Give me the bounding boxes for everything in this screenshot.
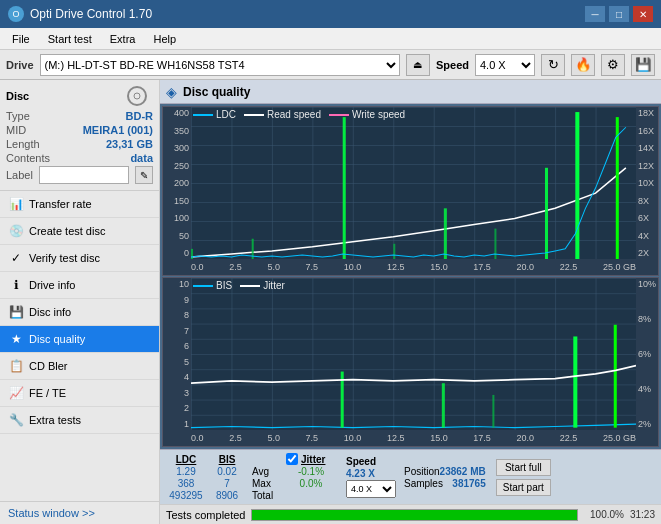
x-15: 15.0 <box>430 262 448 272</box>
eject-button[interactable]: ⏏ <box>406 54 430 76</box>
progress-bar-inner <box>252 510 576 520</box>
progress-time: 31:23 <box>630 509 655 520</box>
settings-button[interactable]: ⚙ <box>601 54 625 76</box>
position-row: Position 23862 MB <box>404 466 486 477</box>
speed-label: Speed <box>436 59 469 71</box>
bis-x-12.5: 12.5 <box>387 433 405 443</box>
burn-button[interactable]: 🔥 <box>571 54 595 76</box>
speed-stats-header: Speed <box>346 456 396 467</box>
jitter-header-row: Jitter <box>286 453 336 465</box>
nav-extra-tests-label: Extra tests <box>29 414 81 426</box>
title-bar-left: O Opti Drive Control 1.70 <box>8 6 152 22</box>
progress-bar-area: Tests completed 100.0% 31:23 <box>160 504 661 524</box>
bis-chart-svg <box>191 278 636 430</box>
row-header-blank <box>252 454 280 465</box>
y-label-350: 350 <box>165 126 189 136</box>
stats-bar: LDC 1.29 368 493295 BIS 0.02 7 8906 Avg … <box>160 449 661 504</box>
samples-row: Samples 381765 <box>404 478 486 489</box>
bis-yr-8pct: 8% <box>638 314 656 324</box>
disc-length-row: Length 23,31 GB <box>6 138 153 150</box>
label-input[interactable] <box>39 166 129 184</box>
nav-disc-info[interactable]: 💾 Disc info <box>0 299 159 326</box>
menu-file[interactable]: File <box>4 31 38 47</box>
contents-value: data <box>130 152 153 164</box>
write-speed-legend-dot <box>329 114 349 116</box>
svg-rect-25 <box>614 325 617 428</box>
fe-te-icon: 📈 <box>8 385 24 401</box>
maximize-button[interactable]: □ <box>609 6 629 22</box>
x-12.5: 12.5 <box>387 262 405 272</box>
disc-contents-row: Contents data <box>6 152 153 164</box>
svg-rect-15 <box>616 117 619 259</box>
nav-verify-test-disc[interactable]: ✓ Verify test disc <box>0 245 159 272</box>
y-right-6x: 6X <box>638 213 656 223</box>
ldc-chart-svg <box>191 107 636 259</box>
contents-label: Contents <box>6 152 50 164</box>
speed-select-stats[interactable]: 4.0 X <box>346 480 396 498</box>
content-header-icon: ◈ <box>166 84 177 100</box>
samples-label: Samples <box>404 478 443 489</box>
bis-x-axis: 0.0 2.5 5.0 7.5 10.0 12.5 15.0 17.5 20.0… <box>191 430 636 446</box>
bis-x-22.5: 22.5 <box>560 433 578 443</box>
write-speed-legend-label: Write speed <box>352 109 405 120</box>
bis-x-5: 5.0 <box>267 433 280 443</box>
y-label-0: 0 <box>165 248 189 258</box>
minimize-button[interactable]: ─ <box>585 6 605 22</box>
type-label: Type <box>6 110 30 122</box>
write-speed-legend-item: Write speed <box>329 109 405 120</box>
y-label-50: 50 <box>165 231 189 241</box>
nav-cd-bler[interactable]: 📋 CD Bler <box>0 353 159 380</box>
nav-create-test-disc[interactable]: 💿 Create test disc <box>0 218 159 245</box>
nav-cd-bler-label: CD Bler <box>29 360 68 372</box>
nav-transfer-rate[interactable]: 📊 Transfer rate <box>0 191 159 218</box>
label-edit-button[interactable]: ✎ <box>135 166 153 184</box>
speed-select[interactable]: 4.0 X <box>475 54 535 76</box>
bis-y-8: 8 <box>165 310 189 320</box>
bis-avg-val: 0.02 <box>212 466 242 477</box>
start-part-button[interactable]: Start part <box>496 479 551 496</box>
svg-rect-23 <box>492 395 494 428</box>
mid-label: MID <box>6 124 26 136</box>
bis-y-3: 3 <box>165 388 189 398</box>
transfer-rate-icon: 📊 <box>8 196 24 212</box>
save-button[interactable]: 💾 <box>631 54 655 76</box>
drive-select[interactable]: (M:) HL-DT-ST BD-RE WH16NS58 TST4 <box>40 54 400 76</box>
jitter-checkbox[interactable] <box>286 453 298 465</box>
disc-info-icon: 💾 <box>8 304 24 320</box>
svg-rect-6 <box>191 107 636 259</box>
ldc-legend-item: LDC <box>193 109 236 120</box>
y-label-400: 400 <box>165 108 189 118</box>
nav-fe-te[interactable]: 📈 FE / TE <box>0 380 159 407</box>
bis-legend-item: BIS <box>193 280 232 291</box>
drive-info-icon: ℹ <box>8 277 24 293</box>
progress-percent-label: 100.0% <box>584 509 624 520</box>
bis-x-0: 0.0 <box>191 433 204 443</box>
bis-max-val: 7 <box>212 478 242 489</box>
svg-rect-9 <box>343 117 346 259</box>
nav-disc-quality[interactable]: ★ Disc quality <box>0 326 159 353</box>
menu-start-test[interactable]: Start test <box>40 31 100 47</box>
menu-extra[interactable]: Extra <box>102 31 144 47</box>
nav-drive-info[interactable]: ℹ Drive info <box>0 272 159 299</box>
y-label-100: 100 <box>165 213 189 223</box>
y-label-250: 250 <box>165 161 189 171</box>
refresh-button[interactable]: ↻ <box>541 54 565 76</box>
svg-rect-24 <box>573 336 577 427</box>
cd-bler-icon: 📋 <box>8 358 24 374</box>
disc-type-row: Type BD-R <box>6 110 153 122</box>
close-button[interactable]: ✕ <box>633 6 653 22</box>
status-window[interactable]: Status window >> <box>0 501 159 524</box>
ldc-legend-label: LDC <box>216 109 236 120</box>
x-2.5: 2.5 <box>229 262 242 272</box>
start-full-button[interactable]: Start full <box>496 459 551 476</box>
jitter-header: Jitter <box>301 454 325 465</box>
create-test-disc-icon: 💿 <box>8 223 24 239</box>
menu-help[interactable]: Help <box>145 31 184 47</box>
ldc-total-val: 493295 <box>166 490 206 501</box>
title-bar-controls: ─ □ ✕ <box>585 6 653 22</box>
jitter-legend-label: Jitter <box>263 280 285 291</box>
bis-x-17.5: 17.5 <box>473 433 491 443</box>
nav-extra-tests[interactable]: 🔧 Extra tests <box>0 407 159 434</box>
bis-y-1: 1 <box>165 419 189 429</box>
y-right-18x: 18X <box>638 108 656 118</box>
